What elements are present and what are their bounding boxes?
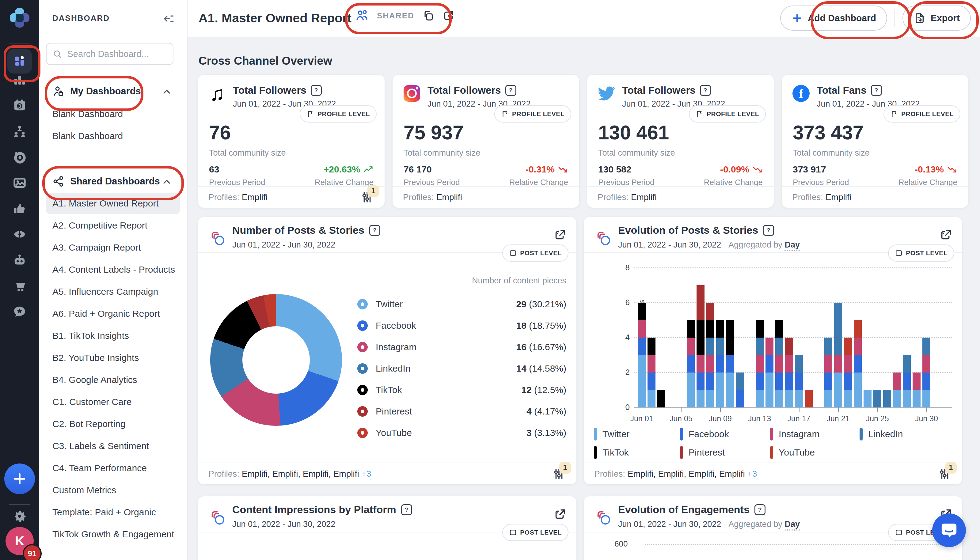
bar-segment-linkedin[interactable] bbox=[716, 338, 724, 355]
collapse-sidebar-icon[interactable] bbox=[162, 12, 175, 25]
bar-segment-facebook[interactable] bbox=[903, 373, 911, 390]
legend-item-instagram[interactable]: Instagram16 (16.67%) bbox=[357, 337, 566, 358]
bar-segment-instagram[interactable] bbox=[922, 355, 930, 373]
bar-segment-tiktok[interactable] bbox=[756, 320, 763, 338]
bar-segment-facebook[interactable] bbox=[687, 355, 695, 373]
help-icon[interactable]: ? bbox=[311, 85, 322, 96]
bar-segment-twitter[interactable] bbox=[824, 390, 832, 407]
stacked-bar-day-28[interactable] bbox=[903, 355, 911, 407]
bar-segment-twitter[interactable] bbox=[687, 373, 695, 407]
bar-segment-linkedin[interactable] bbox=[922, 338, 930, 355]
analytics-icon[interactable] bbox=[0, 73, 39, 87]
stacked-bar-day-16[interactable] bbox=[785, 338, 793, 407]
legend-item-twitter[interactable]: Twitter29 (30.21%) bbox=[357, 293, 566, 315]
stacked-bar-day-1[interactable] bbox=[638, 303, 646, 407]
search-input[interactable] bbox=[67, 49, 167, 60]
bar-segment-instagram[interactable] bbox=[775, 355, 783, 373]
bar-segment-twitter[interactable] bbox=[863, 390, 872, 407]
chevron-up-icon[interactable] bbox=[161, 177, 172, 187]
shared-dashboards-header[interactable]: Shared Dashboards bbox=[52, 175, 160, 187]
media-icon[interactable] bbox=[0, 176, 39, 190]
stacked-bar-day-20[interactable] bbox=[824, 338, 832, 407]
sidebar-item-c4-team-performance[interactable]: C4. Team Performance bbox=[46, 458, 180, 478]
help-icon[interactable]: ? bbox=[401, 504, 412, 515]
sidebar-item-custom-metrics[interactable]: Custom Metrics bbox=[46, 480, 180, 500]
bar-segment-facebook[interactable] bbox=[765, 355, 773, 373]
bar-segment-twitter[interactable] bbox=[893, 390, 901, 407]
bar-segment-tiktok[interactable] bbox=[726, 320, 734, 355]
bar-segment-youtube[interactable] bbox=[805, 390, 813, 407]
emplifi-logo-icon[interactable] bbox=[10, 8, 29, 28]
stacked-bar-day-9[interactable] bbox=[716, 320, 724, 407]
bar-segment-tiktok[interactable] bbox=[716, 320, 724, 338]
bar-segment-instagram[interactable] bbox=[638, 320, 646, 338]
bar-segment-instagram[interactable] bbox=[648, 355, 655, 373]
filter-icon[interactable]: 1 bbox=[360, 190, 374, 204]
profiles-more-link[interactable]: +3 bbox=[745, 469, 757, 479]
sidebar-item-template-paid-organic[interactable]: Template: Paid + Organic bbox=[46, 502, 180, 523]
sidebar-item-c2-bot-reporting[interactable]: C2. Bot Reporting bbox=[46, 413, 180, 434]
legend-item-facebook[interactable]: Facebook bbox=[680, 428, 729, 440]
sidebar-item-blank-dashboard[interactable]: Blank Dashboard bbox=[46, 126, 180, 147]
chat-launcher[interactable] bbox=[932, 513, 966, 547]
stacked-bar-day-8[interactable] bbox=[707, 303, 714, 407]
aggregated-by[interactable]: Aggregated by Day bbox=[728, 520, 800, 529]
add-icon[interactable] bbox=[4, 463, 35, 494]
copy-icon[interactable] bbox=[422, 10, 435, 22]
stacked-bar-day-26[interactable] bbox=[883, 390, 891, 407]
bar-segment-twitter[interactable] bbox=[913, 390, 920, 407]
sidebar-item-a2-competitive-report[interactable]: A2. Competitive Report bbox=[46, 215, 180, 236]
stacked-bar-day-10[interactable] bbox=[726, 320, 734, 407]
bar-segment-instagram[interactable] bbox=[707, 355, 714, 373]
bar-segment-instagram[interactable] bbox=[844, 355, 852, 373]
bar-segment-youtube[interactable] bbox=[854, 320, 862, 338]
aggregated-by[interactable]: Aggregated by Day bbox=[728, 240, 800, 250]
chevron-up-icon[interactable] bbox=[161, 87, 172, 97]
bar-segment-facebook[interactable] bbox=[756, 373, 763, 390]
bar-segment-youtube[interactable] bbox=[844, 338, 852, 355]
stacked-bar-day-6[interactable] bbox=[687, 320, 695, 407]
bar-segment-twitter[interactable] bbox=[785, 390, 793, 407]
sidebar-item-a1-master-owned-report[interactable]: A1. Master Owned Report bbox=[46, 193, 180, 214]
bar-segment-linkedin[interactable] bbox=[903, 355, 911, 373]
help-icon[interactable]: ? bbox=[700, 85, 711, 96]
bar-segment-linkedin[interactable] bbox=[756, 338, 763, 355]
legend-item-youtube[interactable]: YouTube bbox=[770, 446, 815, 459]
legend-item-youtube[interactable]: YouTube3 (3.13%) bbox=[357, 422, 566, 443]
search-box[interactable] bbox=[46, 43, 173, 65]
bar-segment-facebook[interactable] bbox=[824, 373, 832, 390]
bot-icon[interactable] bbox=[0, 253, 39, 267]
bar-segment-instagram[interactable] bbox=[785, 355, 793, 373]
export-button[interactable]: Export bbox=[902, 5, 971, 31]
stacked-bar-day-27[interactable] bbox=[893, 373, 901, 407]
stacked-bar-day-24[interactable] bbox=[863, 390, 872, 407]
bar-segment-facebook[interactable] bbox=[697, 373, 705, 390]
bar-segment-tiktok[interactable] bbox=[657, 390, 665, 407]
bar-segment-facebook[interactable] bbox=[922, 373, 930, 390]
reviews-icon[interactable] bbox=[0, 305, 39, 318]
bar-segment-instagram[interactable] bbox=[913, 373, 920, 390]
sidebar-item-tiktok-growth-engagement[interactable]: TikTok Growth & Engagement bbox=[46, 524, 180, 545]
add-dashboard-button[interactable]: Add Dashboard bbox=[780, 5, 887, 31]
bar-segment-instagram[interactable] bbox=[854, 338, 862, 355]
sidebar-item-b2-youtube-insights[interactable]: B2. YouTube Insights bbox=[46, 347, 180, 368]
sidebar-item-c1-customer-care[interactable]: C1. Customer Care bbox=[46, 392, 180, 412]
bar-segment-tiktok[interactable] bbox=[697, 320, 705, 355]
bar-segment-instagram[interactable] bbox=[697, 355, 705, 373]
legend-item-instagram[interactable]: Instagram bbox=[770, 428, 820, 440]
bar-segment-twitter[interactable] bbox=[648, 390, 655, 407]
bar-segment-tiktok[interactable] bbox=[687, 320, 695, 338]
bar-segment-facebook[interactable] bbox=[638, 338, 646, 355]
stacked-bar-day-21[interactable] bbox=[834, 303, 842, 407]
bar-segment-twitter[interactable] bbox=[922, 390, 930, 407]
bar-segment-pinterest[interactable] bbox=[785, 338, 793, 355]
stacked-bar-day-17[interactable] bbox=[795, 355, 803, 407]
legend-item-tiktok[interactable]: TikTok12 (12.5%) bbox=[357, 379, 566, 401]
bar-segment-facebook[interactable] bbox=[726, 355, 734, 373]
stacked-bar-day-25[interactable] bbox=[873, 390, 881, 407]
bar-segment-facebook[interactable] bbox=[844, 373, 852, 390]
stacked-bar-day-2[interactable] bbox=[648, 338, 655, 407]
sidebar-item-a6-paid-organic-report[interactable]: A6. Paid + Organic Report bbox=[46, 303, 180, 324]
bar-segment-facebook[interactable] bbox=[736, 390, 744, 407]
bar-segment-instagram[interactable] bbox=[765, 338, 773, 355]
